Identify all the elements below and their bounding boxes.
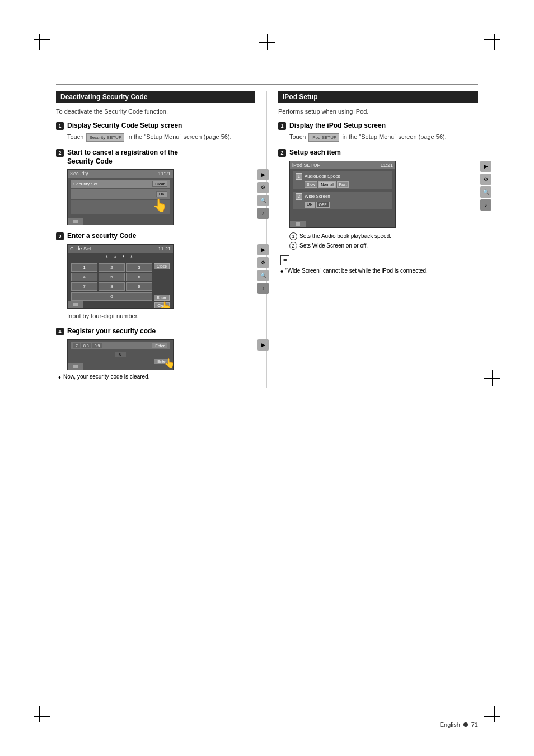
widescreen-label: Wide Screen <box>305 194 330 199</box>
register-status-indicator <box>73 365 78 368</box>
language-label: English <box>440 721 460 728</box>
left-step-3-header: 3 Enter a security Code <box>56 232 255 241</box>
left-step-2-title: Start to cancel a registration of theSec… <box>67 148 178 166</box>
main-content: Deactivating Security Code To deactivate… <box>56 84 478 700</box>
left-step-1-desc: Touch Security SETUP in the "Setup Menu"… <box>67 133 255 142</box>
reg-enter-btn: Enter <box>152 343 167 348</box>
reg-mark-bl <box>34 700 56 722</box>
audiobook-item-num: 1 <box>296 173 302 180</box>
side-icon-ipod-2: ⚙ <box>480 174 491 185</box>
side-icon-2: ⚙ <box>257 182 269 193</box>
security-screen-title: Security <box>70 171 88 176</box>
left-section-title: Deactivating Security Code <box>60 93 147 101</box>
note-icon: ≡ <box>280 255 289 265</box>
note-1-text: Sets the Audio book playback speed. <box>299 233 391 239</box>
code-screen: Code Set 11:21 * * * * 1 2 3 <box>67 244 174 309</box>
side-icon-3b: ⚙ <box>257 257 269 268</box>
reg-row-1: 7 8 8 9 9 Enter <box>71 342 170 349</box>
left-step-1-header: 1 Display Security Code Setup screen <box>56 122 255 130</box>
key-8: 8 <box>99 282 125 291</box>
side-icons-ipod: ▶ ⚙ 🔍 ♪ <box>480 161 491 211</box>
note-block: ≡ <box>280 255 478 265</box>
security-screen-titlebar: Security 11:21 <box>68 170 173 178</box>
register-screen-mockup: 7 8 8 9 9 Enter 0 Enter <box>67 339 255 370</box>
right-section-title: iPod Setup <box>283 93 318 101</box>
audiobook-row: 1 AudioBook Speed Slow Normal Fast <box>293 171 392 189</box>
numpad: 1 2 3 4 5 6 7 8 9 <box>71 263 152 291</box>
left-section-header: Deactivating Security Code <box>56 91 255 103</box>
crosshair-top <box>259 34 275 50</box>
ipod-screen-time: 11:21 <box>380 162 393 168</box>
cleared-text: Now, your security code is cleared. <box>63 374 150 380</box>
slow-btn: Slow <box>305 181 317 188</box>
right-section-header: iPod Setup <box>278 91 478 103</box>
security-screen-body: Security Set Clear OK 👆 <box>68 178 173 216</box>
code-status-bar <box>68 301 83 308</box>
normal-btn: Normal <box>318 181 336 188</box>
left-step-3-desc: Input by four-digit number. <box>67 312 255 320</box>
reg-key-0: 0 <box>115 352 126 357</box>
ipod-status-bar <box>290 221 306 227</box>
sub-note-1: 1 Sets the Audio book playback speed. <box>289 232 478 240</box>
clear-btn: Clear <box>152 181 167 187</box>
on-off-buttons: ON OFF <box>305 202 390 208</box>
sub-notes: 1 Sets the Audio book playback speed. 2 … <box>289 232 478 250</box>
right-column: iPod Setup Performs setup when using iPo… <box>267 91 478 388</box>
code-screen-mockup: Code Set 11:21 * * * * 1 2 3 <box>67 244 255 309</box>
reg-key-9: 9 9 <box>92 343 102 348</box>
register-screen-body: 7 8 8 9 9 Enter 0 Enter <box>68 340 173 367</box>
side-icon-3c: 🔍 <box>257 270 269 281</box>
right-step-1-desc: Touch iPod SETUP in the "Setup Menu" scr… <box>289 133 478 142</box>
step-num-1: 1 <box>56 122 64 130</box>
key-2: 2 <box>99 263 125 272</box>
side-icon-4a: ▶ <box>257 339 269 351</box>
reg-key-8: 8 8 <box>81 343 91 348</box>
security-screen-time: 11:21 <box>158 171 171 176</box>
step-num-3: 3 <box>56 232 64 240</box>
cleared-note: • Now, your security code is cleared. <box>58 374 255 381</box>
left-step-4-title: Register your security code <box>67 327 156 336</box>
register-screen: 7 8 8 9 9 Enter 0 Enter <box>67 339 174 370</box>
key-4: 4 <box>71 273 97 281</box>
reg-mark-tl <box>34 34 56 56</box>
ipod-setup-label: iPod SETUP <box>308 133 339 142</box>
side-icons-3: ▶ ⚙ 🔍 ♪ <box>257 244 269 294</box>
side-icon-3d: ♪ <box>257 283 269 294</box>
hand-cursor-icon-4: 👆 <box>164 358 174 368</box>
ipod-bullet-icon: • <box>280 268 283 276</box>
screen-status-bar <box>68 218 83 225</box>
right-section-desc: Performs setup when using iPod. <box>278 108 478 116</box>
side-icons-2: ▶ ⚙ 🔍 ♪ <box>257 169 269 219</box>
left-step-2-header: 2 Start to cancel a registration of theS… <box>56 148 255 166</box>
right-desc-text: Performs setup when using iPod. <box>278 108 368 115</box>
off-btn: OFF <box>316 202 330 208</box>
side-icon-ipod-1: ▶ <box>480 161 491 172</box>
fast-btn: Fast <box>337 181 349 188</box>
ipod-screen-title: iPod SETUP <box>292 162 321 168</box>
right-step-2-header: 2 Setup each item <box>278 148 478 157</box>
step-num-2: 2 <box>56 149 64 157</box>
left-section-desc: To deactivate the Security Code function… <box>56 108 255 116</box>
left-step-3: 3 Enter a security Code Code Set 11:21 *… <box>56 232 255 320</box>
code-screen-title: Code Set <box>70 246 91 251</box>
reg-key-7: 7 <box>73 343 80 348</box>
side-icon-4: ♪ <box>257 208 269 219</box>
crosshair-right <box>484 370 500 386</box>
right-step-num-1: 1 <box>278 122 286 130</box>
side-icon-1: ▶ <box>257 169 269 180</box>
page-dot <box>463 722 468 727</box>
key-9: 9 <box>126 282 152 291</box>
side-icon-3: 🔍 <box>257 195 269 206</box>
security-screen: Security 11:21 Security Set Clear OK <box>67 169 174 225</box>
widescreen-row: 2 Wide Screen ON OFF <box>293 192 392 209</box>
widescreen-item-num: 2 <box>296 193 302 200</box>
pin-display: * * * * <box>71 255 170 261</box>
right-step-2: 2 Setup each item iPod SETUP 11:21 <box>278 148 478 276</box>
ipod-status-indicator <box>296 222 300 226</box>
hand-cursor-icon-3: 👆 <box>160 301 172 309</box>
right-step-2-title: Setup each item <box>289 148 341 157</box>
security-set-row: Security Set Clear <box>71 180 170 188</box>
ipod-screen-mockup: iPod SETUP 11:21 1 AudioBook Speed <box>289 161 478 228</box>
note-2-icon: 2 <box>289 242 297 250</box>
enter-btn: Enter <box>154 295 170 301</box>
